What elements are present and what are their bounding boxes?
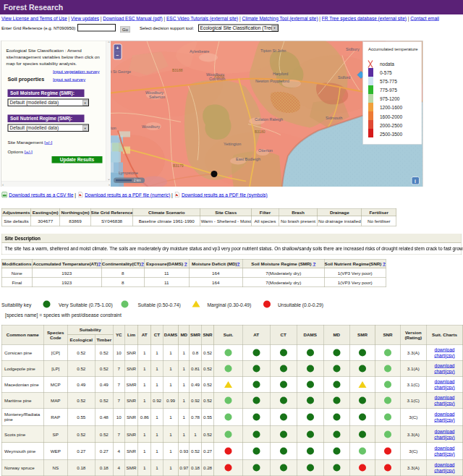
svg-text:2500-3500: 2500-3500 xyxy=(380,132,402,137)
svg-text:Salterton: Salterton xyxy=(149,95,165,99)
svg-text:Woodbury: Woodbury xyxy=(142,124,160,129)
svg-text:Lympstone: Lympstone xyxy=(119,171,138,175)
svg-text:t St George: t St George xyxy=(111,69,131,74)
svg-text:975-1200: 975-1200 xyxy=(380,96,400,101)
svg-text:Sidbury: Sidbury xyxy=(346,47,360,51)
svg-text:Colaton Raleigh: Colaton Raleigh xyxy=(255,117,283,122)
svg-text:Harpford: Harpford xyxy=(273,72,288,76)
svg-text:Yettington: Yettington xyxy=(224,142,241,146)
svg-text:Newton Poppleford: Newton Poppleford xyxy=(255,79,289,83)
svg-text:+: + xyxy=(116,46,119,51)
svg-text:Sidmouth: Sidmouth xyxy=(326,116,342,120)
svg-text:Sidford: Sidford xyxy=(338,75,350,80)
svg-text:Tipton St John: Tipton St John xyxy=(260,48,286,53)
svg-text:B3188: B3188 xyxy=(172,68,183,72)
svg-text:1600-2000: 1600-2000 xyxy=(380,114,402,119)
svg-text:i: i xyxy=(415,179,416,184)
svg-text:nodata: nodata xyxy=(380,61,394,67)
svg-text:Aylesbeare: Aylesbeare xyxy=(190,49,209,54)
svg-text:2000-2500: 2000-2500 xyxy=(380,123,402,128)
svg-text:B3179: B3179 xyxy=(173,163,184,168)
svg-text:0-575: 0-575 xyxy=(380,70,392,75)
svg-text:ton: ton xyxy=(111,126,116,130)
svg-text:East Budleigh: East Budleigh xyxy=(236,157,260,161)
svg-text:575-775: 575-775 xyxy=(380,79,397,84)
svg-text:Woodbury: Woodbury xyxy=(145,90,163,95)
svg-text:Otterton: Otterton xyxy=(258,148,273,153)
svg-text:−: − xyxy=(116,53,119,58)
svg-text:A3052: A3052 xyxy=(214,75,225,79)
svg-text:Accumulated temperature: Accumulated temperature xyxy=(368,47,418,51)
svg-text:B3180: B3180 xyxy=(255,129,266,134)
svg-text:1200-1600: 1200-1600 xyxy=(380,105,402,110)
svg-text:2 km: 2 km xyxy=(134,179,141,182)
svg-text:775-975: 775-975 xyxy=(380,88,397,93)
